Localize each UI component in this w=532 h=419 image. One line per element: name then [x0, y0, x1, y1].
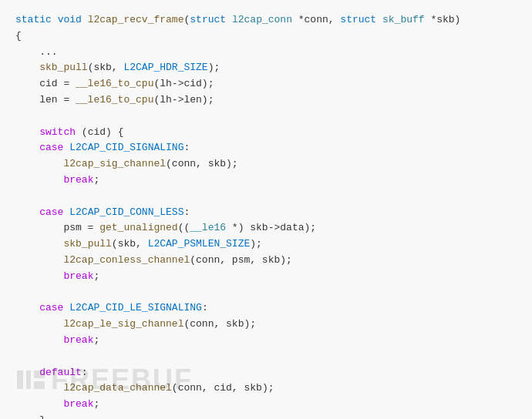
code-line-3: ... [15, 45, 517, 61]
code-line-16: l2cap_conless_channel(conn, psm, skb); [15, 253, 517, 269]
code-line-18 [15, 285, 517, 301]
fn-skb-pull-2: skb_pull [63, 238, 111, 250]
keyword-struct-1: struct [190, 14, 226, 25]
code-line-24: l2cap_data_channel(conn, cid, skb); [15, 380, 517, 397]
code-line-10: l2cap_sig_channel(conn, skb); [15, 156, 517, 173]
code-line-2: { [15, 28, 517, 45]
fn-skb-pull-1: skb_pull [39, 62, 87, 73]
keyword-default: default [39, 367, 82, 378]
code-line-11: break; [15, 173, 517, 189]
code-line-1: static void l2cap_recv_frame(struct l2ca… [15, 12, 517, 28]
const-le-signaling: L2CAP_CID_LE_SIGNALING [69, 302, 202, 313]
code-line-23: default: [15, 365, 517, 381]
code-line-15: skb_pull(skb, L2CAP_PSMLEN_SIZE); [15, 236, 517, 253]
type-l2cap-conn: l2cap_conn [232, 14, 292, 25]
keyword-break-1: break [63, 174, 93, 186]
code-line-5: cid = __le16_to_cpu(lh->cid); [15, 76, 517, 92]
code-line-22 [15, 349, 517, 365]
keyword-struct-2: struct [340, 14, 376, 25]
code-line-12 [15, 189, 517, 205]
keyword-static: static [15, 14, 52, 25]
code-line-19: case L2CAP_CID_LE_SIGNALING: [15, 300, 517, 317]
const-signaling: L2CAP_CID_SIGNALING [69, 142, 184, 153]
keyword-case-1: case [39, 142, 63, 153]
code-line-8: switch (cid) { [15, 125, 517, 141]
keyword-break-3: break [63, 334, 93, 346]
code-line-13: case L2CAP_CID_CONN_LESS: [15, 205, 517, 221]
keyword-case-3: case [39, 302, 63, 313]
keyword-break-2: break [63, 270, 93, 282]
code-line-6: len = __le16_to_cpu(lh->len); [15, 92, 517, 109]
keyword-case-2: case [39, 206, 63, 218]
keyword-void: void [58, 14, 82, 25]
function-name: l2cap_recv_frame [88, 14, 184, 25]
code-line-9: case L2CAP_CID_SIGNALING: [15, 140, 517, 156]
fn-get-unaligned: get_unaligned [99, 222, 177, 233]
macro-psmlen-size: L2CAP_PSMLEN_SIZE [148, 238, 251, 250]
code-line-17: break; [15, 269, 517, 285]
type-le16: __le16 [190, 222, 226, 233]
code-line-21: break; [15, 333, 517, 349]
const-conn-less: L2CAP_CID_CONN_LESS [69, 206, 184, 218]
fn-sig-channel: l2cap_sig_channel [63, 158, 166, 169]
type-sk-buff: sk_buff [382, 14, 425, 25]
fn-data-channel: l2cap_data_channel [63, 382, 171, 394]
code-line-20: l2cap_le_sig_channel(conn, skb); [15, 317, 517, 333]
fn-le-sig-channel: l2cap_le_sig_channel [63, 318, 184, 330]
keyword-switch: switch [39, 126, 76, 138]
fn-le16-len: __le16_to_cpu [76, 94, 153, 106]
code-container: static void l2cap_recv_frame(struct l2ca… [0, 0, 532, 419]
code-line-25: break; [15, 397, 517, 413]
code-line-26: } [15, 413, 517, 419]
fn-conless-channel: l2cap_conless_channel [63, 254, 190, 266]
fn-le16-cid: __le16_to_cpu [76, 78, 153, 89]
code-line-4: skb_pull(skb, L2CAP_HDR_SIZE); [15, 60, 517, 76]
keyword-break-4: break [63, 398, 93, 410]
code-line-7 [15, 109, 517, 125]
code-line-14: psm = get_unaligned((__le16 *) skb->data… [15, 220, 517, 236]
macro-l2cap-hdr-size: L2CAP_HDR_SIZE [123, 62, 207, 73]
